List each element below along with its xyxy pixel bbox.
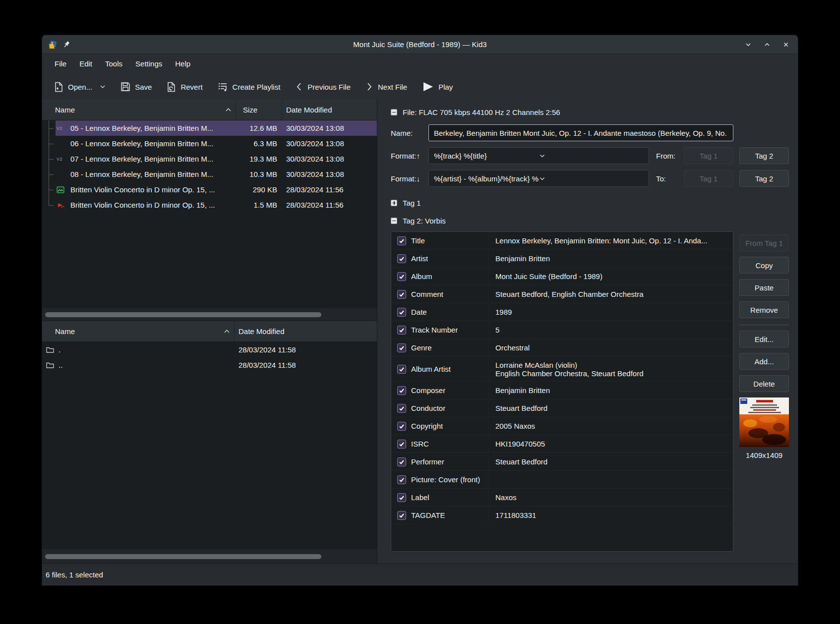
field-checkbox[interactable] [397, 343, 406, 352]
play-button[interactable]: Play [422, 81, 453, 92]
directory-row[interactable]: .. 28/03/2024 11:58 [42, 357, 377, 373]
next-file-button[interactable]: Next File [365, 82, 407, 92]
pin-icon[interactable] [63, 41, 70, 48]
field-checkbox[interactable] [397, 440, 406, 449]
file-row[interactable]: Britten Violin Concerto in D minor Op. 1… [42, 197, 377, 213]
menu-tools[interactable]: Tools [99, 54, 129, 74]
file-size: 290 KB [236, 185, 282, 194]
file-row[interactable]: V2 07 - Lennox Berkeley, Benjamin Britte… [42, 151, 377, 167]
remove-button[interactable]: Remove [739, 301, 789, 318]
field-value[interactable]: Steuart Bedford [488, 453, 733, 470]
field-value[interactable]: Naxos [488, 489, 733, 506]
column-header-date[interactable]: Date Modified [282, 100, 377, 120]
tag1-section: Tag 1 [391, 198, 789, 208]
field-value[interactable]: Steuart Bedford [488, 399, 733, 417]
field-value[interactable]: 1711803331 [488, 507, 733, 524]
add-button[interactable]: Add... [739, 353, 789, 370]
field-value[interactable]: Mont Juic Suite (Bedford - 1989) [488, 268, 733, 285]
file-list-empty-area [42, 213, 377, 308]
from-label: From: [656, 152, 680, 160]
scrollbar-thumb[interactable] [45, 312, 321, 317]
from-tag1-action-button[interactable]: From Tag 1 [739, 234, 789, 251]
file-size: 19.3 MB [236, 155, 282, 163]
column-header-size[interactable]: Size [236, 100, 282, 120]
field-checkbox[interactable] [397, 326, 406, 335]
field-value[interactable]: Lorraine McAslan (violin) English Chambe… [488, 357, 733, 381]
field-value[interactable]: Benjamin Britten [488, 382, 733, 399]
directory-list: Name Date Modified [42, 321, 377, 564]
tag-v2-marker: V2 [57, 126, 62, 131]
open-button[interactable]: Open... [54, 82, 106, 92]
field-checkbox[interactable] [397, 308, 406, 317]
copy-button[interactable]: Copy [739, 257, 789, 274]
field-checkbox[interactable] [397, 254, 406, 263]
field-value[interactable]: 1989 [488, 303, 733, 321]
field-checkbox[interactable] [397, 365, 406, 374]
previous-file-button[interactable]: Previous File [295, 82, 351, 92]
field-checkbox[interactable] [397, 404, 406, 413]
to-tag1-button[interactable]: Tag 1 [684, 170, 733, 187]
collapse-icon[interactable] [391, 218, 397, 224]
delete-button[interactable]: Delete [739, 375, 789, 392]
directory-list-header: Name Date Modified [42, 321, 377, 342]
from-tag2-button[interactable]: Tag 2 [739, 147, 789, 164]
edit-button[interactable]: Edit... [739, 331, 789, 347]
from-tag1-button[interactable]: Tag 1 [684, 147, 733, 164]
expand-icon[interactable] [391, 200, 397, 206]
field-value[interactable]: Lennox Berkeley, Benjamin Britten: Mont … [488, 232, 733, 249]
menu-file[interactable]: File [48, 54, 73, 74]
file-date: 28/03/2024 11:56 [282, 185, 377, 194]
menu-help[interactable]: Help [169, 54, 197, 74]
file-list-hscrollbar [42, 308, 377, 321]
file-row[interactable]: 08 - Lennox Berkeley, Benjamin Britten M… [42, 167, 377, 182]
file-date: 30/03/2024 13:08 [282, 155, 377, 163]
field-checkbox[interactable] [397, 290, 406, 299]
file-row[interactable]: 06 - Lennox Berkeley, Benjamin Britten M… [42, 136, 377, 151]
to-tag2-button[interactable]: Tag 2 [739, 170, 789, 187]
field-checkbox[interactable] [397, 493, 406, 502]
save-button[interactable]: Save [120, 82, 152, 92]
maximize-button[interactable] [763, 41, 771, 49]
field-value[interactable]: Benjamin Britten [488, 250, 733, 267]
field-value[interactable]: 2005 Naxos [488, 417, 733, 435]
field-value[interactable]: Orchestral [488, 339, 733, 356]
minimize-button[interactable] [744, 41, 752, 49]
field-value[interactable]: HKI190470505 [488, 435, 733, 453]
menu-edit[interactable]: Edit [73, 54, 99, 74]
field-checkbox[interactable] [397, 475, 406, 484]
menu-settings[interactable]: Settings [129, 54, 169, 74]
paste-button[interactable]: Paste [739, 279, 789, 296]
close-button[interactable] [782, 41, 790, 49]
field-checkbox[interactable] [397, 272, 406, 281]
format-up-combobox[interactable]: %{track} %{title} [428, 147, 649, 164]
collapse-icon[interactable] [391, 109, 397, 115]
file-list-header: Name Size Date Modified [42, 100, 377, 120]
field-checkbox[interactable] [397, 422, 406, 431]
scrollbar-thumb[interactable] [45, 554, 321, 559]
field-value[interactable] [488, 471, 733, 488]
field-checkbox[interactable] [397, 457, 406, 466]
column-header-date[interactable]: Date Modified [235, 321, 377, 341]
album-art-thumbnail[interactable] [739, 397, 789, 447]
revert-button[interactable]: Revert [167, 82, 202, 92]
field-checkbox[interactable] [397, 511, 406, 520]
revert-icon [167, 82, 176, 92]
format-down-combobox[interactable]: %{artist} - %{album}/%{track} %{title} [428, 170, 649, 187]
column-header-size-label: Size [243, 106, 257, 114]
tag-field-row: Performer Steuart Bedford [391, 453, 733, 471]
column-header-name[interactable]: Name [42, 100, 236, 120]
file-row[interactable]: Britten Violin Concerto in D minor Op. 1… [42, 182, 377, 197]
column-header-name[interactable]: Name [42, 321, 235, 341]
panel-splitter[interactable] [377, 100, 381, 564]
button-separator [739, 325, 789, 325]
field-checkbox[interactable] [397, 386, 406, 395]
directory-list-hscrollbar [42, 549, 377, 564]
create-playlist-button[interactable]: Create Playlist [218, 82, 281, 92]
field-checkbox[interactable] [397, 236, 406, 245]
field-value[interactable]: Steuart Bedford, English Chamber Orchest… [488, 285, 733, 303]
field-value[interactable]: 5 [488, 321, 733, 339]
directory-row[interactable]: . 28/03/2024 11:58 [42, 342, 377, 357]
filename-input[interactable] [428, 124, 733, 141]
open-dropdown-icon[interactable] [100, 84, 106, 90]
file-row[interactable]: V2 05 - Lennox Berkeley, Benjamin Britte… [42, 120, 377, 136]
